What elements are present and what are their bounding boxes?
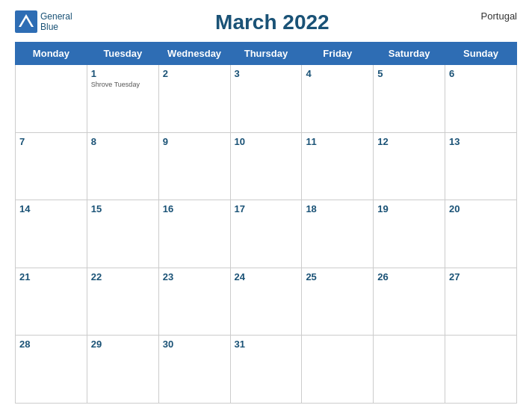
day-number: 15 — [91, 203, 155, 214]
day-number: 10 — [235, 136, 298, 147]
day-number: 11 — [306, 136, 369, 147]
day-number: 26 — [377, 271, 441, 282]
day-number: 5 — [377, 68, 441, 79]
day-number: 1 — [91, 68, 155, 79]
day-cell: 25 — [302, 268, 374, 336]
day-cell: 31 — [230, 336, 302, 404]
day-cell: 26 — [374, 268, 445, 336]
day-number: 28 — [19, 339, 83, 350]
day-number: 6 — [449, 68, 513, 79]
day-cell: 16 — [158, 200, 230, 268]
day-number: 19 — [377, 203, 441, 214]
day-number: 3 — [235, 68, 298, 79]
day-number: 17 — [235, 203, 298, 214]
month-title: March 2022 — [72, 10, 472, 34]
day-number: 29 — [91, 339, 155, 350]
day-number: 24 — [235, 271, 298, 282]
day-number: 14 — [19, 203, 83, 214]
day-cell: 4 — [302, 65, 374, 133]
day-cell: 8 — [87, 132, 158, 200]
logo-bottom-text: Blue — [40, 22, 72, 32]
weekday-header-saturday: Saturday — [374, 43, 445, 65]
weekday-header-monday: Monday — [16, 43, 87, 65]
day-cell: 1Shrove Tuesday — [87, 65, 158, 133]
day-cell: 30 — [158, 336, 230, 404]
day-number: 12 — [377, 136, 441, 147]
day-number: 21 — [19, 271, 83, 282]
day-cell: 9 — [158, 132, 230, 200]
day-cell: 2 — [158, 65, 230, 133]
day-number: 4 — [306, 68, 369, 79]
day-cell: 15 — [87, 200, 158, 268]
week-row-4: 21222324252627 — [16, 268, 517, 336]
day-cell: 24 — [230, 268, 302, 336]
day-number: 30 — [163, 339, 226, 350]
logo-text: General Blue — [40, 11, 72, 33]
day-cell: 10 — [230, 132, 302, 200]
day-number: 23 — [163, 271, 226, 282]
day-number: 22 — [91, 271, 155, 282]
weekday-header-sunday: Sunday — [445, 43, 517, 65]
day-number: 25 — [306, 271, 369, 282]
day-number: 2 — [163, 68, 226, 79]
day-cell: 23 — [158, 268, 230, 336]
day-number: 27 — [449, 271, 513, 282]
generalblue-logo-icon — [15, 10, 37, 33]
day-cell: 14 — [16, 200, 87, 268]
day-number: 16 — [163, 203, 226, 214]
day-cell: 12 — [374, 132, 445, 200]
day-cell: 3 — [230, 65, 302, 133]
calendar-header: General Blue March 2022 Portugal — [15, 7, 517, 37]
day-cell — [302, 336, 374, 404]
day-cell: 20 — [445, 200, 517, 268]
day-number: 8 — [91, 136, 155, 147]
day-number: 9 — [163, 136, 226, 147]
day-number: 31 — [235, 339, 298, 350]
weekday-header-friday: Friday — [302, 43, 374, 65]
day-number: 20 — [449, 203, 513, 214]
day-number: 18 — [306, 203, 369, 214]
week-row-2: 78910111213 — [16, 132, 517, 200]
day-cell: 11 — [302, 132, 374, 200]
logo-top-text: General — [40, 11, 72, 22]
day-cell: 18 — [302, 200, 374, 268]
day-cell: 21 — [16, 268, 87, 336]
weekday-header-tuesday: Tuesday — [87, 43, 158, 65]
day-cell: 6 — [445, 65, 517, 133]
weekday-header-row: MondayTuesdayWednesdayThursdayFridaySatu… — [16, 43, 517, 65]
day-cell: 22 — [87, 268, 158, 336]
holiday-label: Shrove Tuesday — [91, 81, 155, 88]
calendar-table: MondayTuesdayWednesdayThursdayFridaySatu… — [15, 42, 517, 404]
country-label: Portugal — [472, 10, 517, 22]
day-cell: 28 — [16, 336, 87, 404]
week-row-5: 28293031 — [16, 336, 517, 404]
day-cell — [374, 336, 445, 404]
week-row-1: 1Shrove Tuesday23456 — [16, 65, 517, 133]
day-cell — [16, 65, 87, 133]
day-cell: 17 — [230, 200, 302, 268]
day-cell — [445, 336, 517, 404]
day-cell: 27 — [445, 268, 517, 336]
week-row-3: 14151617181920 — [16, 200, 517, 268]
day-cell: 19 — [374, 200, 445, 268]
day-number: 13 — [449, 136, 513, 147]
weekday-header-thursday: Thursday — [230, 43, 302, 65]
day-cell: 29 — [87, 336, 158, 404]
day-number: 7 — [19, 136, 83, 147]
weekday-header-wednesday: Wednesday — [158, 43, 230, 65]
day-cell: 5 — [374, 65, 445, 133]
logo: General Blue — [15, 10, 72, 33]
day-cell: 7 — [16, 132, 87, 200]
day-cell: 13 — [445, 132, 517, 200]
